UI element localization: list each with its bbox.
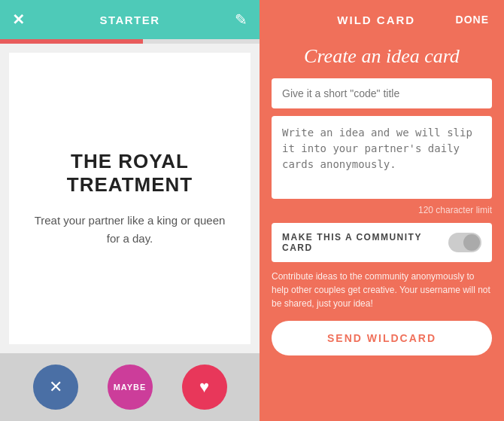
bottom-actions: ✕ MAYBE ♥ xyxy=(0,353,260,421)
create-idea-title: Create an idea card xyxy=(272,45,492,68)
idea-textarea[interactable] xyxy=(272,116,492,199)
card-title: THE ROYAL TREATMENT xyxy=(27,150,232,197)
left-header: ✕ STARTER ✎ xyxy=(0,0,260,39)
done-button[interactable]: DONE xyxy=(456,14,489,26)
left-panel: ✕ STARTER ✎ THE ROYAL TREATMENT Treat yo… xyxy=(0,0,260,421)
edit-icon[interactable]: ✎ xyxy=(235,11,247,29)
progress-bar-container xyxy=(0,39,260,44)
community-description: Contribute ideas to the community anonym… xyxy=(272,270,492,310)
card-description: Treat your partner like a king or queen … xyxy=(27,212,232,248)
progress-bar-fill xyxy=(0,39,143,44)
toggle-knob xyxy=(463,234,480,251)
community-card-label: MAKE THIS A COMMUNITY CARD xyxy=(282,232,448,253)
right-panel: WILD CARD DONE Create an idea card 120 c… xyxy=(260,0,504,421)
send-wildcard-button[interactable]: SEND WILDCARD xyxy=(272,321,492,355)
heart-button[interactable]: ♥ xyxy=(182,365,227,410)
card-area: THE ROYAL TREATMENT Treat your partner l… xyxy=(9,53,250,344)
code-title-input[interactable] xyxy=(272,78,492,108)
right-header: WILD CARD DONE xyxy=(260,0,504,39)
char-limit: 120 character limit xyxy=(272,205,492,215)
right-content: Create an idea card 120 character limit … xyxy=(260,39,504,421)
close-icon[interactable]: ✕ xyxy=(12,11,25,29)
right-header-title: WILD CARD xyxy=(297,14,456,26)
community-toggle[interactable] xyxy=(448,233,481,252)
left-header-title: STARTER xyxy=(99,14,159,26)
community-row: MAKE THIS A COMMUNITY CARD xyxy=(272,223,492,262)
maybe-button[interactable]: MAYBE xyxy=(108,365,153,410)
dismiss-button[interactable]: ✕ xyxy=(33,365,78,410)
